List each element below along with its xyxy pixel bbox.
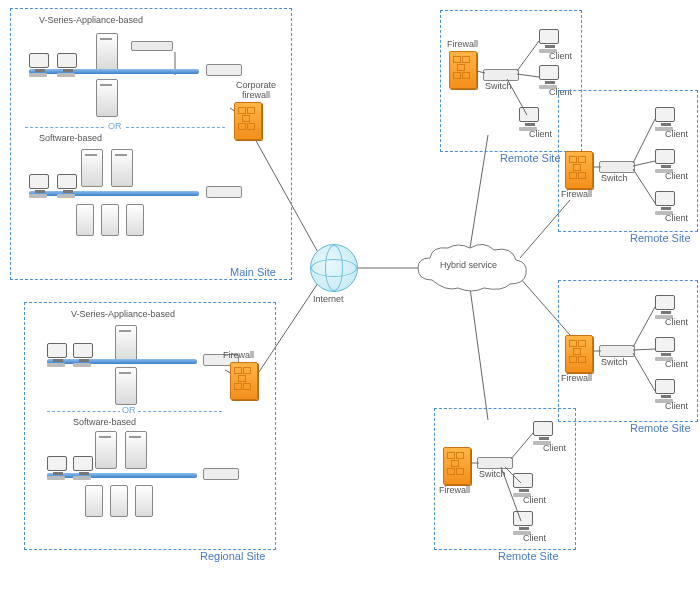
- network-bar-icon: [47, 359, 197, 364]
- corporate-firewall-label: Corporate firewall: [232, 80, 280, 100]
- network-bar-icon: [29, 191, 199, 196]
- network-bar-icon: [29, 69, 199, 74]
- switch-icon: [477, 457, 513, 469]
- remote-site-2-container: Firewall Switch Client Client Client: [558, 90, 698, 232]
- tower-icon: [110, 485, 128, 517]
- server-icon: [115, 325, 137, 363]
- firewall-icon: [565, 335, 593, 373]
- server-icon: [81, 149, 103, 187]
- main-site-title: Main Site: [230, 266, 276, 278]
- remote2-client3-label: Client: [665, 213, 688, 223]
- server-icon: [111, 149, 133, 187]
- server-icon: [95, 431, 117, 469]
- remote-site-3-container: Firewall Switch Client Client Client: [558, 280, 698, 422]
- remote1-client3-label: Client: [529, 129, 552, 139]
- remote1-switch-label: Switch: [485, 81, 512, 91]
- remote3-client1-label: Client: [665, 317, 688, 327]
- remote4-client3-label: Client: [523, 533, 546, 543]
- computer-icon: [57, 53, 79, 79]
- server-icon: [115, 367, 137, 405]
- remote1-client1-label: Client: [549, 51, 572, 61]
- server-icon: [96, 79, 118, 117]
- main-bottom-group-label: Software-based: [39, 133, 102, 143]
- svg-line-20: [633, 349, 655, 350]
- remote3-client3-label: Client: [665, 401, 688, 411]
- remote2-client2-label: Client: [665, 171, 688, 181]
- computer-icon: [47, 456, 69, 482]
- svg-line-21: [633, 353, 655, 391]
- switch-icon: [206, 186, 242, 198]
- remote3-client2-label: Client: [665, 359, 688, 369]
- or-label: OR: [106, 121, 124, 131]
- regional-top-group-label: V-Series-Appliance-based: [71, 309, 175, 319]
- computer-icon: [29, 174, 51, 200]
- firewall-icon: [565, 151, 593, 189]
- svg-line-17: [633, 169, 655, 203]
- remote4-switch-label: Switch: [479, 469, 506, 479]
- switch-icon: [599, 161, 635, 173]
- regional-site-title: Regional Site: [200, 550, 265, 562]
- computer-icon: [29, 53, 51, 79]
- remote2-client1-label: Client: [665, 129, 688, 139]
- main-site-container: V-Series-Appliance-based OR Software-bas…: [10, 8, 292, 280]
- firewall-icon: [234, 102, 262, 140]
- firewall-icon: [230, 362, 258, 400]
- switch-icon: [599, 345, 635, 357]
- computer-icon: [57, 174, 79, 200]
- server-icon: [96, 33, 118, 71]
- tower-icon: [135, 485, 153, 517]
- or-label: OR: [120, 405, 138, 415]
- remote4-client2-label: Client: [523, 495, 546, 505]
- remote1-firewall-label: Firewall: [447, 39, 478, 49]
- svg-line-15: [633, 119, 655, 163]
- hybrid-service-label: Hybrid service: [440, 260, 497, 270]
- router-icon: [131, 41, 173, 51]
- remote1-title: Remote Site: [500, 152, 561, 164]
- remote3-firewall-label: Firewall: [561, 373, 592, 383]
- internet-globe-icon: [310, 244, 358, 292]
- remote-site-4-container: Firewall Switch Client Client Client: [434, 408, 576, 550]
- firewall-icon: [443, 447, 471, 485]
- remote3-title: Remote Site: [630, 422, 691, 434]
- firewall-icon: [449, 51, 477, 89]
- computer-icon: [73, 456, 95, 482]
- regional-firewall-label: Firewall: [223, 350, 254, 360]
- svg-line-12: [517, 74, 539, 77]
- svg-line-11: [517, 41, 539, 71]
- remote4-title: Remote Site: [498, 550, 559, 562]
- network-bar-icon: [47, 473, 197, 478]
- svg-line-6: [470, 288, 488, 420]
- remote4-client1-label: Client: [543, 443, 566, 453]
- remote3-switch-label: Switch: [601, 357, 628, 367]
- regional-site-container: V-Series-Appliance-based OR Software-bas…: [24, 302, 276, 550]
- tower-icon: [101, 204, 119, 236]
- svg-line-19: [633, 307, 655, 347]
- switch-icon: [483, 69, 519, 81]
- switch-icon: [203, 468, 239, 480]
- svg-line-23: [511, 433, 533, 459]
- regional-bottom-group-label: Software-based: [73, 417, 136, 427]
- internet-label: Internet: [313, 294, 344, 304]
- remote2-firewall-label: Firewall: [561, 189, 592, 199]
- computer-icon: [73, 343, 95, 369]
- switch-icon: [206, 64, 242, 76]
- svg-line-16: [633, 161, 655, 166]
- remote2-switch-label: Switch: [601, 173, 628, 183]
- server-icon: [125, 431, 147, 469]
- remote2-title: Remote Site: [630, 232, 691, 244]
- remote4-firewall-label: Firewall: [439, 485, 470, 495]
- main-top-group-label: V-Series-Appliance-based: [39, 15, 143, 25]
- computer-icon: [47, 343, 69, 369]
- or-separator: [25, 127, 225, 128]
- tower-icon: [85, 485, 103, 517]
- tower-icon: [126, 204, 144, 236]
- diagram-canvas: V-Series-Appliance-based OR Software-bas…: [0, 0, 700, 589]
- tower-icon: [76, 204, 94, 236]
